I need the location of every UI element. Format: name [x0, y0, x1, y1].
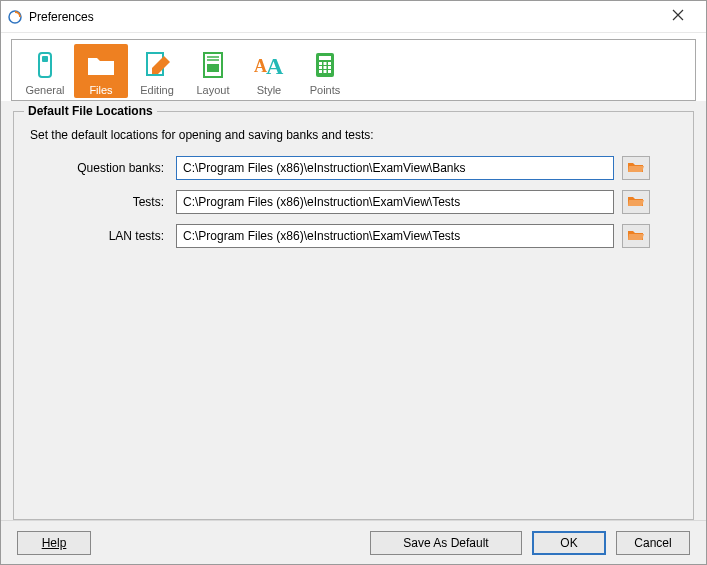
points-icon [307, 48, 343, 82]
tests-browse-button[interactable] [622, 190, 650, 214]
tab-style[interactable]: AA Style [242, 44, 296, 98]
tab-label: General [25, 84, 64, 96]
folder-open-icon [627, 160, 645, 177]
titlebar: Preferences [1, 1, 706, 33]
window-title: Preferences [29, 10, 94, 24]
tab-label: Points [310, 84, 341, 96]
question-banks-browse-button[interactable] [622, 156, 650, 180]
help-button[interactable]: Help [17, 531, 91, 555]
style-icon: AA [251, 48, 287, 82]
default-file-locations-group: Default File Locations Set the default l… [13, 111, 694, 520]
question-banks-label: Question banks: [28, 161, 168, 175]
tab-label: Style [257, 84, 281, 96]
tab-layout[interactable]: Layout [186, 44, 240, 98]
tab-editing[interactable]: Editing [130, 44, 184, 98]
folder-open-icon [627, 194, 645, 211]
ok-button[interactable]: OK [532, 531, 606, 555]
help-button-label: Help [42, 536, 67, 550]
lan-tests-label: LAN tests: [28, 229, 168, 243]
tab-label: Files [89, 84, 112, 96]
lan-tests-input[interactable] [176, 224, 614, 248]
content-area: Default File Locations Set the default l… [1, 101, 706, 520]
tab-label: Editing [140, 84, 174, 96]
general-icon [27, 48, 63, 82]
app-icon [7, 9, 23, 25]
editing-icon [139, 48, 175, 82]
lan-tests-browse-button[interactable] [622, 224, 650, 248]
folder-open-icon [627, 228, 645, 245]
svg-rect-13 [324, 62, 327, 65]
close-button[interactable] [658, 3, 698, 31]
svg-rect-12 [319, 62, 322, 65]
layout-icon [195, 48, 231, 82]
toolbar: General Files Editing Layout [11, 39, 696, 101]
cancel-button[interactable]: Cancel [616, 531, 690, 555]
svg-rect-11 [319, 56, 331, 60]
svg-rect-16 [324, 66, 327, 69]
files-icon [83, 48, 119, 82]
group-description: Set the default locations for opening an… [30, 128, 679, 142]
locations-form: Question banks: Tests: LAN tests: [28, 156, 658, 248]
svg-rect-17 [328, 66, 331, 69]
tab-files[interactable]: Files [74, 44, 128, 98]
tab-general[interactable]: General [18, 44, 72, 98]
button-bar: Help Save As Default OK Cancel [1, 520, 706, 564]
tests-input[interactable] [176, 190, 614, 214]
svg-rect-14 [328, 62, 331, 65]
svg-rect-20 [328, 70, 331, 73]
tab-points[interactable]: Points [298, 44, 352, 98]
question-banks-input[interactable] [176, 156, 614, 180]
svg-rect-15 [319, 66, 322, 69]
svg-rect-2 [42, 56, 48, 62]
group-title: Default File Locations [24, 104, 157, 118]
tests-label: Tests: [28, 195, 168, 209]
preferences-window: Preferences General Files [0, 0, 707, 565]
toolbar-container: General Files Editing Layout [1, 33, 706, 101]
close-icon [672, 9, 684, 24]
svg-text:A: A [266, 53, 284, 79]
save-as-default-button[interactable]: Save As Default [370, 531, 522, 555]
svg-rect-5 [207, 64, 219, 72]
tab-label: Layout [196, 84, 229, 96]
svg-rect-18 [319, 70, 322, 73]
svg-rect-19 [324, 70, 327, 73]
